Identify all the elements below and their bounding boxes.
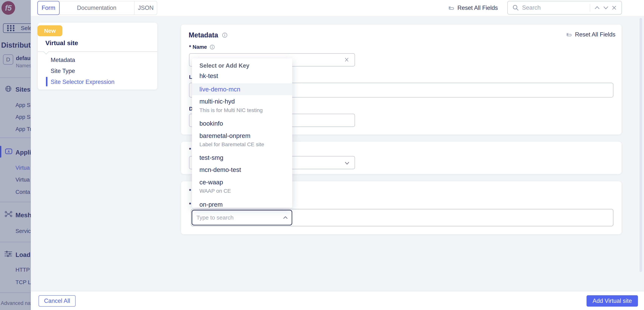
dropdown-option-on-prem[interactable]: on-prem xyxy=(192,201,292,208)
sidebar-section-sites[interactable]: Sites xyxy=(16,86,30,93)
vertical-scrollbar[interactable] xyxy=(640,18,642,272)
footer-bar: Cancel All Add Virtual site xyxy=(31,292,644,310)
info-icon[interactable] xyxy=(222,32,228,38)
load-balancers-icon xyxy=(4,250,12,258)
panel-nav-site-selector-expression[interactable]: Site Selector Expression xyxy=(51,79,114,85)
sidebar-item-containers[interactable]: Conta xyxy=(16,189,30,195)
panel-nav-site-type[interactable]: Site Type xyxy=(51,68,75,74)
sidebar-divider xyxy=(0,77,31,78)
new-badge: New xyxy=(38,25,62,36)
nav-card-divider xyxy=(38,51,157,52)
dropdown-option-mcn-demo-test[interactable]: mcn-demo-test xyxy=(192,166,292,176)
site-type-field-label: * xyxy=(189,147,191,153)
app-grid-icon xyxy=(7,25,18,31)
tab-json[interactable]: JSON xyxy=(134,1,157,14)
view-tabs: Form Documentation JSON xyxy=(38,1,157,15)
search-close-icon[interactable] xyxy=(610,5,618,10)
dropdown-option-label: hk-test xyxy=(200,72,218,79)
key-select-dropdown: Select or Add Key hk-test live-demo-mcn … xyxy=(192,58,292,208)
selector-label-1-text: * xyxy=(189,188,191,194)
sidebar-item-http-lb[interactable]: HTTP xyxy=(16,267,30,273)
applications-icon: A xyxy=(5,148,12,155)
sidebar-divider xyxy=(0,293,31,293)
sidebar-active-section-bar xyxy=(0,146,1,158)
sidebar-section-load-balancers[interactable]: Load xyxy=(16,251,30,259)
selector-combobox[interactable] xyxy=(192,210,292,225)
dropdown-option-ce-waap[interactable]: ce-waap WAAP on CE xyxy=(192,179,292,198)
selector-field-label-2: * xyxy=(189,201,191,207)
namespace-avatar[interactable]: D xyxy=(3,54,13,65)
mesh-icon xyxy=(4,210,12,218)
dropdown-option-multi-nic-hyd[interactable]: multi-nic-hyd This is for Multi NIC test… xyxy=(192,98,292,117)
reset-all-fields-card-button[interactable]: Reset All Fields xyxy=(565,31,616,38)
selector-label-2-text: * xyxy=(189,201,191,207)
sidebar-section-applications[interactable]: Appli xyxy=(16,149,31,156)
dropdown-option-label: live-demo-mcn xyxy=(200,86,240,93)
search-next-icon[interactable] xyxy=(602,6,610,10)
object-nav-card: New Virtual site Metadata Site Type Site… xyxy=(38,23,157,89)
reset-all-fields-card-label: Reset All Fields xyxy=(575,31,616,38)
name-label-text: * Name xyxy=(189,44,207,50)
tab-form[interactable]: Form xyxy=(38,1,60,15)
reset-all-fields-top-label: Reset All Fields xyxy=(458,4,498,11)
dropdown-option-label: multi-nic-hyd xyxy=(200,98,235,105)
clear-name-icon[interactable] xyxy=(344,57,349,62)
top-header: Form Documentation JSON Reset All Fields xyxy=(0,0,644,16)
svg-text:A: A xyxy=(8,150,10,153)
dropdown-option-desc: Label for Baremetal CE site xyxy=(200,141,264,148)
search-box xyxy=(507,1,622,14)
sidebar-item-app-sites-1[interactable]: App Si xyxy=(16,102,31,108)
search-icon xyxy=(512,4,519,11)
dropdown-option-desc: This is for Multi NIC testing xyxy=(200,107,263,113)
sidebar-item-service-mesh[interactable]: Servic xyxy=(16,228,31,234)
app-root: Form Documentation JSON Reset All Fields xyxy=(0,0,644,310)
dropdown-option-label: test-smg xyxy=(200,154,224,161)
sidebar-item-virtual-sites[interactable]: Virtua xyxy=(16,165,30,171)
site-type-label-text: * xyxy=(189,147,191,153)
globe-icon xyxy=(5,85,12,92)
dropdown-option-test-smg[interactable]: test-smg xyxy=(192,154,292,164)
dropdown-option-live-demo-mcn[interactable]: live-demo-mcn xyxy=(192,86,292,96)
dropdown-header: Select or Add Key xyxy=(200,62,249,69)
dropdown-option-label: ce-waap xyxy=(200,179,223,186)
namespace-subtitle: Namesp xyxy=(16,63,31,69)
undo-icon xyxy=(565,31,572,38)
tab-documentation[interactable]: Documentation xyxy=(59,1,134,14)
search-divider xyxy=(590,4,590,11)
add-virtual-site-button[interactable]: Add Virtual site xyxy=(586,295,638,307)
metadata-title-text: Metadata xyxy=(189,31,218,39)
sidebar-item-virtual-hosts[interactable]: Virtua xyxy=(16,177,30,183)
dropdown-option-label: baremetal-onprem xyxy=(200,132,250,139)
search-prev-icon[interactable] xyxy=(593,6,602,10)
sidebar-item-app-traffic[interactable]: App Tr xyxy=(16,126,31,132)
namespace-name: defaul xyxy=(16,55,31,61)
chevron-down-icon xyxy=(344,161,350,165)
cancel-all-button[interactable]: Cancel All xyxy=(38,295,76,307)
undo-icon xyxy=(447,4,454,11)
app-sidebar: f5 Select Distribut D defaul Namesp Site… xyxy=(0,0,31,310)
reset-all-fields-top-button[interactable]: Reset All Fields xyxy=(447,0,498,16)
advanced-nav-toggle[interactable]: Advanced nav xyxy=(1,300,31,306)
dropdown-option-hk-test[interactable]: hk-test xyxy=(192,72,292,82)
chevron-up-icon[interactable] xyxy=(283,216,288,219)
info-icon[interactable] xyxy=(210,44,215,50)
object-title: Virtual site xyxy=(45,39,78,47)
sidebar-divider xyxy=(0,242,31,242)
sidebar-item-app-sites-2[interactable]: App Si xyxy=(16,114,31,120)
name-field-label: * Name xyxy=(189,44,215,50)
dropdown-option-bookinfo[interactable]: bookinfo xyxy=(192,120,292,130)
namespace-select-label: Select xyxy=(21,25,31,31)
f5-logo[interactable]: f5 xyxy=(2,1,15,15)
sidebar-divider xyxy=(0,202,31,202)
namespace-select-button[interactable]: Select xyxy=(3,23,31,33)
dropdown-option-label: on-prem xyxy=(200,201,223,208)
search-input[interactable] xyxy=(522,4,587,11)
panel-nav-metadata[interactable]: Metadata xyxy=(51,57,75,63)
dropdown-option-desc: WAAP on CE xyxy=(200,188,231,194)
collapse-notch-icon[interactable] xyxy=(44,49,49,54)
dropdown-option-baremetal-onprem[interactable]: baremetal-onprem Label for Baremetal CE … xyxy=(192,132,292,151)
sidebar-section-mesh[interactable]: Mesh xyxy=(16,212,31,219)
selector-search-input[interactable] xyxy=(196,214,283,221)
selector-field-label-1: * xyxy=(189,188,191,194)
sidebar-item-tcp-lb[interactable]: TCP L xyxy=(16,279,31,286)
